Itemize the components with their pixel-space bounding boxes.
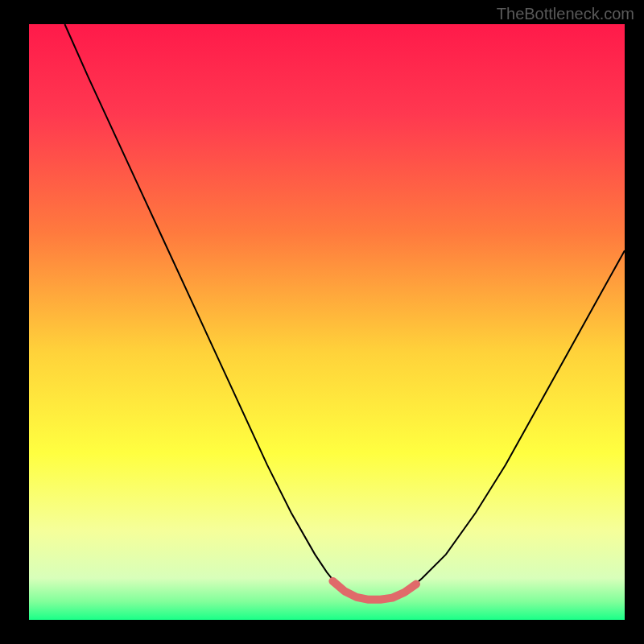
watermark-text: TheBottleneck.com [497,5,634,23]
chart-container: TheBottleneck.com [0,0,644,644]
plot-background [29,24,625,620]
chart-svg [0,0,644,644]
